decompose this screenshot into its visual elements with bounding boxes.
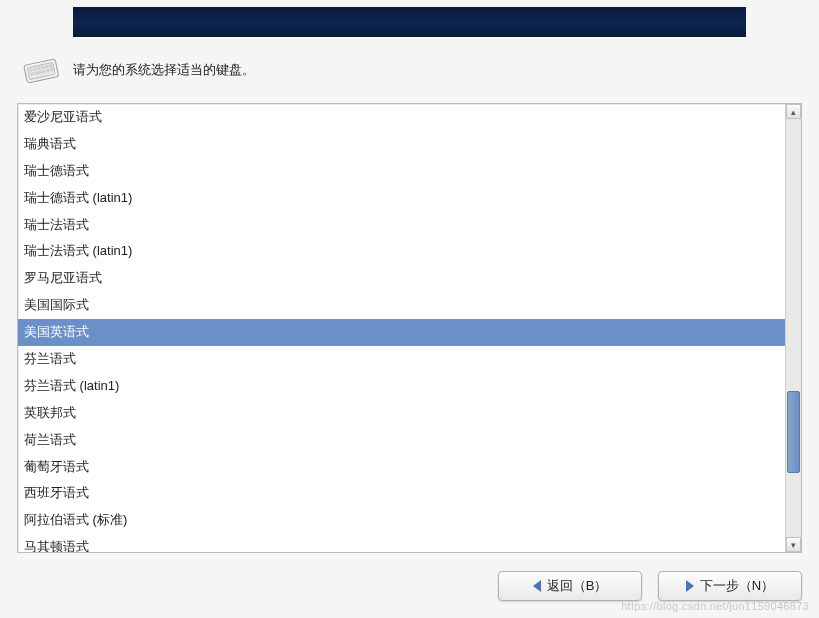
keyboard-list-box: 爱沙尼亚语式瑞典语式瑞士德语式瑞士德语式 (latin1)瑞士法语式瑞士法语式 …	[17, 103, 802, 553]
keyboard-list[interactable]: 爱沙尼亚语式瑞典语式瑞士德语式瑞士德语式 (latin1)瑞士法语式瑞士法语式 …	[18, 104, 785, 552]
list-item[interactable]: 罗马尼亚语式	[18, 265, 785, 292]
keyboard-icon	[21, 55, 61, 85]
window-inner: 请为您的系统选择适当的键盘。 爱沙尼亚语式瑞典语式瑞士德语式瑞士德语式 (lat…	[3, 3, 816, 615]
header-banner	[73, 7, 746, 37]
list-item[interactable]: 美国英语式	[18, 319, 785, 346]
button-row: 返回（B） 下一步（N）	[3, 563, 816, 615]
installer-window: 请为您的系统选择适当的键盘。 爱沙尼亚语式瑞典语式瑞士德语式瑞士德语式 (lat…	[0, 0, 819, 618]
list-item[interactable]: 阿拉伯语式 (标准)	[18, 507, 785, 534]
next-button[interactable]: 下一步（N）	[658, 571, 802, 601]
scroll-thumb[interactable]	[787, 391, 800, 473]
svg-rect-4	[37, 67, 41, 71]
list-item[interactable]: 瑞典语式	[18, 131, 785, 158]
list-item[interactable]: 芬兰语式 (latin1)	[18, 373, 785, 400]
svg-rect-7	[49, 64, 53, 68]
scroll-track[interactable]	[786, 119, 801, 537]
scroll-down-button[interactable]: ▾	[786, 537, 801, 552]
back-button-label: 返回（B）	[547, 577, 608, 595]
list-item[interactable]: 瑞士法语式 (latin1)	[18, 238, 785, 265]
list-item[interactable]: 美国国际式	[18, 292, 785, 319]
list-item[interactable]: 马其顿语式	[18, 534, 785, 552]
prompt-text: 请为您的系统选择适当的键盘。	[73, 61, 255, 79]
svg-rect-10	[46, 69, 50, 73]
svg-rect-11	[50, 68, 54, 72]
prompt-row: 请为您的系统选择适当的键盘。	[3, 37, 816, 97]
list-item[interactable]: 瑞士德语式 (latin1)	[18, 185, 785, 212]
next-button-label: 下一步（N）	[700, 577, 774, 595]
svg-rect-2	[30, 68, 34, 72]
svg-rect-8	[30, 72, 34, 76]
list-item[interactable]: 西班牙语式	[18, 480, 785, 507]
svg-rect-3	[33, 67, 37, 71]
scrollbar[interactable]: ▴ ▾	[785, 104, 801, 552]
back-button[interactable]: 返回（B）	[498, 571, 642, 601]
svg-rect-5	[41, 66, 45, 70]
list-item[interactable]: 葡萄牙语式	[18, 454, 785, 481]
arrow-left-icon	[533, 580, 541, 592]
svg-rect-6	[45, 65, 49, 69]
list-item[interactable]: 英联邦式	[18, 400, 785, 427]
scroll-up-button[interactable]: ▴	[786, 104, 801, 119]
list-item[interactable]: 瑞士法语式	[18, 212, 785, 239]
list-item[interactable]: 瑞士德语式	[18, 158, 785, 185]
list-item[interactable]: 芬兰语式	[18, 346, 785, 373]
list-item[interactable]: 爱沙尼亚语式	[18, 104, 785, 131]
arrow-right-icon	[686, 580, 694, 592]
list-item[interactable]: 荷兰语式	[18, 427, 785, 454]
